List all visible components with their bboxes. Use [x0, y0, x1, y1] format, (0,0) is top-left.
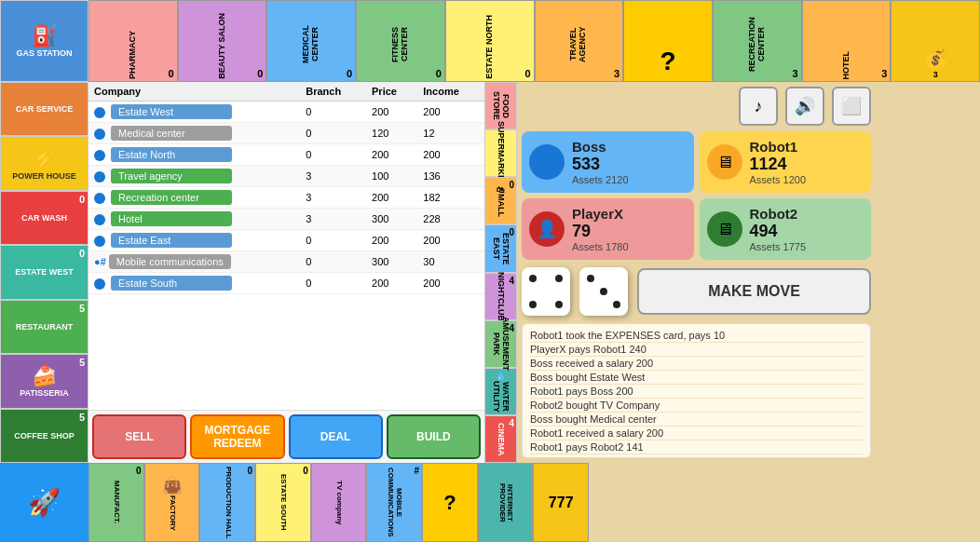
company-name: Mobile communications — [109, 254, 231, 269]
rs-mall: 0 🛍 MALL — [484, 177, 517, 224]
branch-cell: 0 — [300, 230, 366, 251]
left-cell-estatewest: 0 ESTATE WEST — [0, 245, 88, 299]
top-cell-estate-north: 0 ESTATE NORTH — [445, 0, 535, 82]
music-icon: ♪ — [755, 97, 763, 116]
build-button[interactable]: BUILD — [387, 414, 481, 459]
branch-cell: 0 — [300, 144, 366, 166]
bc-production-num: 0 — [247, 466, 252, 476]
music-button[interactable]: ♪ — [739, 87, 778, 126]
water-icon: 💧 — [497, 371, 506, 381]
branch-cell: 3 — [300, 209, 366, 230]
dot-icon — [94, 129, 105, 140]
patisseria-num: 5 — [79, 357, 85, 368]
boss-money: 533 — [572, 155, 629, 174]
table-row[interactable]: Estate West 0 200 200 — [88, 102, 484, 123]
table-row[interactable]: ●# Mobile communications 0 300 30 — [88, 251, 484, 273]
action-buttons: SELL MORTGAGEREDEEM DEAL BUILD — [88, 410, 484, 463]
dice-1 — [522, 267, 570, 316]
fitness-label: FITNESS CENTER — [391, 9, 410, 79]
income-cell: 182 — [417, 187, 484, 209]
beauty-label: BEAUTY SALON — [218, 13, 227, 79]
income-cell: 200 — [417, 102, 484, 123]
exit-button[interactable]: ⬜ — [832, 87, 871, 126]
price-cell: 120 — [366, 123, 417, 144]
branch-cell: 0 — [300, 123, 366, 144]
supermarket-label: SUPERMARKET — [497, 121, 506, 186]
players-grid: 👤 Boss 533 Assets 2120 🖥 Robot1 1124 Ass… — [522, 131, 871, 260]
branch-cell: 3 — [300, 187, 366, 209]
bc-tvcompany: TV company — [311, 463, 367, 542]
cinema-label: CINEMA — [497, 423, 506, 456]
left-cell-restaurant: 5 RESTAURANT — [0, 300, 88, 354]
pharmacy-num: 0 — [169, 68, 174, 79]
left-sidebar: CAR SERVICE ⚡ POWER HOUSE 0 CAR WASH 0 E… — [0, 82, 88, 463]
table-row[interactable]: Recreation center 3 200 182 — [88, 187, 484, 209]
bottom-corner: 🚀 — [0, 463, 88, 542]
table-row[interactable]: Travel agency 3 100 136 — [88, 166, 484, 187]
top-cell-pharmacy: 0 PHARMACY — [88, 0, 178, 82]
col-branch: Branch — [300, 82, 366, 102]
top-money-cell: 💰 3 — [891, 0, 980, 82]
powerhouse-label: POWER HOUSE — [12, 171, 76, 181]
price-cell: 200 — [366, 230, 417, 251]
company-cell: Estate West — [88, 102, 300, 123]
table-row[interactable]: Medical center 0 120 12 — [88, 123, 484, 144]
price-cell: 200 — [366, 273, 417, 294]
amusement-label: AMUSEMENT PARK — [492, 317, 510, 371]
log-entry: Robot1 pays Robot2 141 — [530, 440, 863, 454]
branch-cell: 0 — [300, 273, 366, 294]
company-name: Estate West — [111, 104, 232, 119]
left-cell-carservice: CAR SERVICE — [0, 82, 88, 136]
deal-button[interactable]: DEAL — [289, 414, 383, 459]
table-row[interactable]: Estate South 0 200 200 — [88, 273, 484, 294]
robot2-money: 494 — [750, 222, 807, 241]
medical-label: MEDICAL CENTER — [302, 9, 320, 79]
robot2-avatar-icon: 🖥 — [716, 220, 733, 239]
sell-button[interactable]: SELL — [92, 414, 186, 459]
patisseria-label: PATISSERIA — [20, 388, 69, 398]
bag-icon: 👜 — [162, 475, 183, 495]
bc-production: 0 PRODUCTION HALL — [199, 463, 255, 542]
bc-question-mark: ? — [443, 491, 456, 515]
make-move-button[interactable]: MAKE MOVE — [637, 268, 871, 315]
robot1-money: 1124 — [750, 155, 807, 174]
bc-mobile-num: # — [414, 466, 419, 476]
sound-button[interactable]: 🔊 — [785, 87, 824, 126]
boss-name: Boss — [572, 139, 629, 155]
top-cell-travel: 3 TRAVEL AGENCY — [535, 0, 624, 82]
properties-table: Company Branch Price Income Estate West … — [88, 82, 484, 294]
bc-internet: INTERNET PROVIDER — [478, 463, 534, 542]
estatewest-num: 0 — [79, 248, 85, 259]
table-row[interactable]: Hotel 3 300 228 — [88, 209, 484, 230]
price-cell: 200 — [366, 187, 417, 209]
recreation-num: 3 — [793, 68, 798, 79]
corner-cell: ⛽ GAS STATION — [0, 0, 88, 82]
log-entry: Robot1 took the EXPENSES card, pays 10 — [530, 329, 863, 343]
pastry-icon: 🍰 — [32, 364, 57, 388]
dot-icon — [94, 214, 105, 225]
rs-estate-east: 0 ESTATE EAST — [484, 224, 517, 272]
bc-mobile: # MOBILE COMMUNICATIONS — [366, 463, 422, 542]
table-row[interactable]: Estate North 0 200 200 — [88, 144, 484, 166]
mortgage-button[interactable]: MORTGAGEREDEEM — [190, 414, 284, 459]
company-cell: Medical center — [88, 123, 300, 144]
income-cell: 30 — [417, 251, 484, 273]
bc-production-label: PRODUCTION HALL — [224, 467, 232, 538]
col-income: Income — [417, 82, 484, 102]
estate-north-label: ESTATE NORTH — [485, 15, 495, 79]
player-robot1: 🖥 Robot1 1124 Assets 1200 — [700, 131, 872, 193]
bc-manufact-label: MANUFACT. — [112, 481, 120, 523]
branch-cell: 3 — [300, 166, 366, 187]
bc-manufact-num: 0 — [136, 466, 142, 476]
table-row[interactable]: Estate East 0 200 200 — [88, 230, 484, 251]
coffeeshop-label: COFFEE SHOP — [14, 431, 75, 440]
company-table: Company Branch Price Income Estate West … — [88, 82, 484, 410]
log-entry: Robot1 received a salary 200 — [530, 427, 863, 440]
travel-label: TRAVEL AGENCY — [569, 9, 588, 79]
bottom-cells: 0 MANUFACT. 👜 FACTORY 0 PRODUCTION HALL … — [88, 463, 589, 542]
top-money-label: 3 — [933, 70, 938, 79]
top-strip: 0 PHARMACY 0 BEAUTY SALON 0 MEDICAL CENT… — [88, 0, 980, 82]
company-name: Travel agency — [111, 169, 232, 183]
estate-north-num: 0 — [524, 68, 530, 79]
playerx-info: PlayerX 79 Assets 1780 — [572, 206, 629, 252]
